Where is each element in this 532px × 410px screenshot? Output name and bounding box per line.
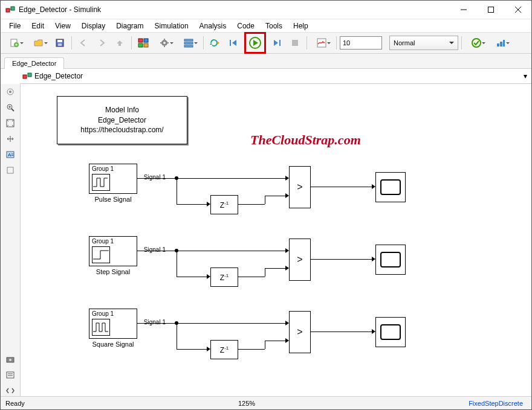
svg-rect-32 [497,43,499,46]
maximize-icon [488,7,494,13]
explorer-bar: Edge_Detector ▾ [20,69,531,84]
menu-tools[interactable]: Tools [261,21,287,31]
wire [265,268,285,269]
wire [177,323,177,349]
relational-operator-block[interactable]: > [289,239,311,281]
status-zoom[interactable]: 125% [210,400,283,407]
restore-zoom-button[interactable] [5,133,16,144]
area-button[interactable] [5,165,16,176]
signal-builder-block[interactable]: Group 1 Signal 1 Step Signal [89,236,137,266]
step-forward-icon [272,38,282,48]
breadcrumb-model[interactable]: Edge_Detector [34,72,519,80]
screenshot-icon [6,355,15,364]
menu-analysis[interactable]: Analysis [195,21,232,31]
wire [238,204,265,205]
menu-file[interactable]: File [4,21,25,31]
open-button[interactable] [27,34,50,51]
compare-symbol: > [297,254,302,265]
menu-display[interactable]: Display [77,21,110,31]
wire [265,196,265,204]
run-icon [249,37,261,49]
signal-builder-block[interactable]: Group 1 Signal 1 Pulse Signal [89,164,137,194]
wire [310,187,372,187]
breadcrumb-dropdown[interactable]: ▾ [519,72,531,80]
unit-delay-block[interactable]: Z-1 [210,267,238,287]
status-solver[interactable]: FixedStepDiscrete [469,400,523,407]
compare-symbol: > [297,327,302,338]
scope-block[interactable] [375,317,406,347]
simulation-mode-label: Normal [394,39,415,46]
model-advisor-button[interactable] [465,34,488,51]
signal-block-label: Step Signal [89,268,137,275]
wire [265,341,265,349]
svg-rect-13 [138,39,143,42]
back-button[interactable] [75,34,92,51]
fit-view-button[interactable] [5,118,16,129]
signal-builder-block[interactable]: Group 1 Signal 1 Square Signal [89,309,137,339]
titlebar: Edge_Detector - Simulink [1,1,531,19]
screenshot-button[interactable] [5,354,16,365]
simulation-mode-select[interactable]: Normal [389,36,458,50]
scope-block[interactable] [375,172,406,202]
diagram-canvas[interactable]: Model Info Edge_Detector https://theclou… [21,84,531,396]
menu-diagram[interactable]: Diagram [111,21,148,31]
forward-button[interactable] [93,34,110,51]
stop-time-input[interactable]: 10 [340,36,382,50]
data-inspector-icon [317,38,326,48]
toolbar-separator [131,36,132,50]
unit-delay-block[interactable]: Z-1 [210,340,238,359]
unit-delay-block[interactable]: Z-1 [210,195,238,214]
toolbar-separator [71,36,72,50]
model-info-block[interactable]: Model Info Edge_Detector https://theclou… [57,96,187,144]
up-button[interactable] [111,34,128,51]
minimize-button[interactable] [450,1,477,19]
model-config-button[interactable] [153,34,176,51]
svg-rect-26 [230,40,231,46]
signal-wave-icon [92,319,110,336]
close-button[interactable] [504,1,531,19]
annotation-button[interactable]: A≡ [5,149,16,160]
library-browser-button[interactable] [135,34,152,51]
save-button[interactable] [51,34,68,51]
relational-operator-block[interactable]: > [289,166,311,208]
menu-edit[interactable]: Edit [27,21,49,31]
annotation-icon: A≡ [6,150,15,159]
model-config-icon [160,38,169,48]
svg-rect-34 [503,40,505,46]
signal-port-label: Signal 1 [144,319,166,325]
hide-browser-button[interactable] [5,86,16,97]
relational-operator-block[interactable]: > [289,311,311,353]
stop-button[interactable] [287,34,303,51]
simulink-app-icon [5,5,15,14]
delay-label: Z-1 [220,273,229,282]
run-button-highlight [244,32,266,54]
maximize-button[interactable] [477,1,504,19]
step-forward-button[interactable] [268,34,285,51]
body-area: A≡ Model Info Edge_Detector https://thec… [1,84,531,396]
menu-code[interactable]: Code [232,21,259,31]
build-button[interactable] [489,34,512,51]
model-explorer-button[interactable] [177,34,200,51]
zoom-button[interactable] [5,102,16,113]
data-inspector-button[interactable] [310,34,333,51]
palette-strip: A≡ [1,84,21,396]
check-icon [472,38,481,48]
fast-restart-button[interactable] [207,34,224,51]
scope-screen-icon [380,252,401,267]
scope-block[interactable] [375,245,406,275]
up-icon [115,39,124,47]
wire [177,204,207,205]
run-button[interactable] [247,35,263,51]
step-back-button[interactable] [225,34,242,51]
show-all-button[interactable] [5,385,16,396]
svg-rect-14 [144,39,148,42]
info-line-3: https://thecloudstrap.com/ [80,125,163,135]
model-tab[interactable]: Edge_Detector [4,57,64,69]
new-model-button[interactable] [3,34,26,51]
menu-simulation[interactable]: Simulation [150,21,193,31]
legend-button[interactable] [5,370,16,380]
library-browser-icon [138,38,149,48]
wire [137,323,285,324]
menu-help[interactable]: Help [288,21,313,31]
menu-view[interactable]: View [50,21,76,31]
